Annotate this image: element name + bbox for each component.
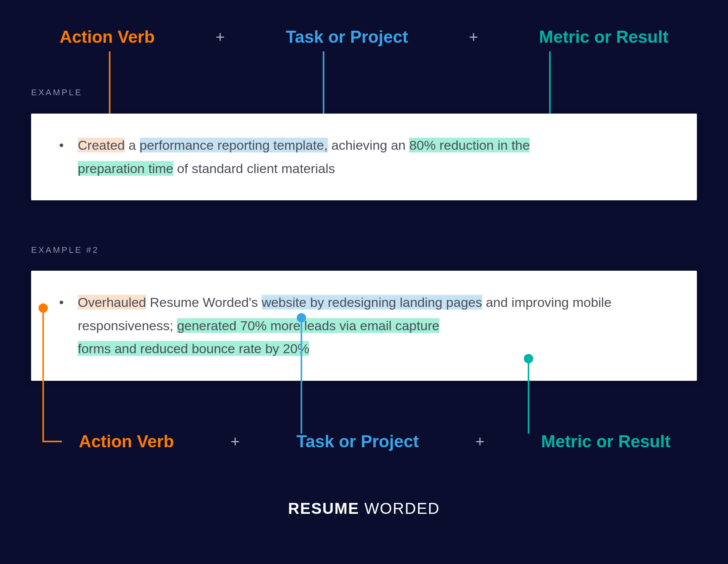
ex1-text: achieving an xyxy=(328,138,410,152)
bullet-1: Created a performance reporting template… xyxy=(78,134,670,180)
example-card-2: Overhauled Resume Worded's website by re… xyxy=(31,271,697,381)
ex1-result: 80% reduction in the xyxy=(409,138,530,152)
plus-icon: + xyxy=(469,28,478,46)
formula-bottom: Action Verb + Task or Project + Metric o… xyxy=(31,432,697,451)
brand-logo: RESUME WORDED xyxy=(0,500,728,517)
formula-action-verb: Action Verb xyxy=(79,432,174,451)
example-label-2: EXAMPLE #2 xyxy=(31,245,99,255)
example-card-1: Created a performance reporting template… xyxy=(31,114,697,200)
ex1-verb: Created xyxy=(78,138,125,152)
ex2-result: forms and reduced bounce rate by 20% xyxy=(78,341,309,356)
example-label-1: EXAMPLE xyxy=(31,88,82,98)
ex1-text: of standard client materials xyxy=(173,161,335,176)
brand-second: WORDED xyxy=(364,500,440,517)
formula-top: Action Verb + Task or Project + Metric o… xyxy=(31,27,697,47)
bullet-2: Overhauled Resume Worded's website by re… xyxy=(78,291,670,361)
formula-result: Metric or Result xyxy=(541,432,671,451)
ex1-task: performance reporting template, xyxy=(140,138,328,152)
brand-first: RESUME xyxy=(288,500,359,517)
plus-icon: + xyxy=(231,433,240,450)
formula-task: Task or Project xyxy=(296,432,419,451)
ex1-text: a xyxy=(125,138,140,152)
formula-action-verb: Action Verb xyxy=(60,27,155,47)
ex2-text: Resume Worded's xyxy=(146,295,262,310)
ex2-result: generated 70% more leads via email captu… xyxy=(177,318,439,333)
plus-icon: + xyxy=(476,433,485,450)
formula-result: Metric or Result xyxy=(539,27,668,47)
formula-task: Task or Project xyxy=(286,27,408,47)
ex2-verb: Overhauled xyxy=(78,295,146,310)
ex2-task: website by redesigning landing pages xyxy=(262,295,482,310)
plus-icon: + xyxy=(216,28,225,46)
ex1-result: preparation time xyxy=(78,161,173,176)
